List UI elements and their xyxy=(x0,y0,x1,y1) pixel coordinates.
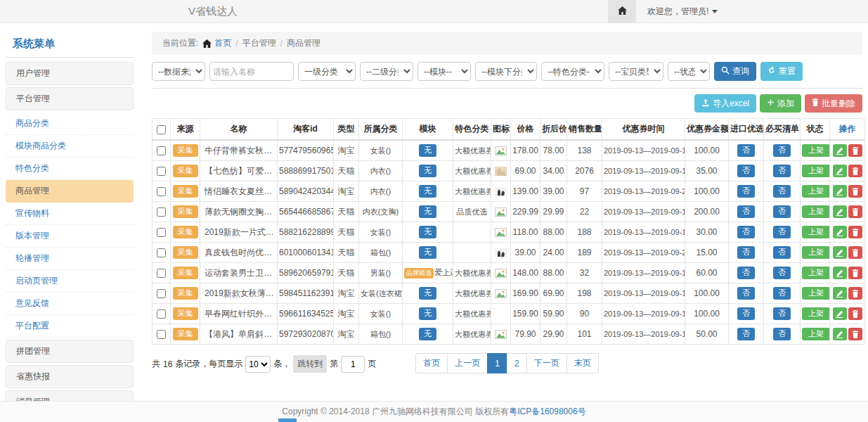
edit-button[interactable] xyxy=(833,205,847,218)
sidebar-group-item[interactable]: 拼团管理 xyxy=(6,340,134,363)
sidebar-sub-item[interactable]: 模块商品分类 xyxy=(6,135,134,158)
filter-category2[interactable]: --二级分类-- xyxy=(360,62,413,81)
module-badge[interactable]: 无 xyxy=(419,205,436,218)
filter-module[interactable]: --模块-- xyxy=(417,62,471,81)
user-menu[interactable]: 欢迎您，管理员! xyxy=(636,6,729,18)
row-checkbox[interactable] xyxy=(157,248,166,257)
module-badge[interactable]: 无 xyxy=(419,226,436,238)
row-checkbox[interactable] xyxy=(157,309,166,319)
sidebar-sub-item[interactable]: 版本管理 xyxy=(6,225,134,248)
sidebar-sub-item[interactable]: 启动页管理 xyxy=(6,270,134,293)
must-buy-toggle[interactable]: 否 xyxy=(773,307,791,320)
filter-category1[interactable]: 一级分类 xyxy=(298,62,356,81)
page-button[interactable]: 1 xyxy=(487,353,507,373)
must-buy-toggle[interactable]: 否 xyxy=(773,287,791,300)
edit-button[interactable] xyxy=(833,307,847,320)
import-select-toggle[interactable]: 否 xyxy=(737,165,755,177)
delete-button[interactable] xyxy=(848,307,862,320)
delete-button[interactable] xyxy=(848,165,862,177)
status-button[interactable]: 上架 xyxy=(802,287,830,300)
import-select-toggle[interactable]: 否 xyxy=(737,246,755,259)
edit-button[interactable] xyxy=(833,185,847,198)
status-button[interactable]: 上架 xyxy=(802,328,830,340)
delete-button[interactable] xyxy=(848,267,862,279)
row-checkbox[interactable] xyxy=(157,330,166,339)
jump-page-input[interactable] xyxy=(341,356,365,373)
filter-name-input[interactable] xyxy=(209,62,294,81)
status-button[interactable]: 上架 xyxy=(802,246,830,259)
row-checkbox[interactable] xyxy=(157,146,166,155)
status-button[interactable]: 上架 xyxy=(802,267,830,279)
batch-delete-button[interactable]: 批量删除 xyxy=(805,94,862,113)
import-select-toggle[interactable]: 否 xyxy=(737,226,755,238)
import-select-toggle[interactable]: 否 xyxy=(737,328,755,340)
filter-item-type[interactable]: --宝贝类型-- xyxy=(609,62,663,81)
must-buy-toggle[interactable]: 否 xyxy=(773,185,791,198)
edit-button[interactable] xyxy=(833,287,847,300)
import-excel-button[interactable]: 导入excel xyxy=(694,94,756,113)
filter-feature[interactable]: --特色分类-- xyxy=(541,62,604,81)
module-badge[interactable]: 无 xyxy=(419,246,436,259)
edit-button[interactable] xyxy=(833,246,847,259)
filter-module-sub[interactable]: --模块下分类-- xyxy=(475,62,537,81)
module-badge[interactable]: 无 xyxy=(419,144,436,157)
delete-button[interactable] xyxy=(848,246,862,259)
status-button[interactable]: 上架 xyxy=(802,226,830,238)
row-checkbox[interactable] xyxy=(157,167,166,176)
sidebar-sub-item[interactable]: 商品管理 xyxy=(6,180,134,203)
jump-button[interactable]: 跳转到 xyxy=(293,355,327,373)
module-badge[interactable]: 无 xyxy=(419,287,436,300)
add-button[interactable]: 添加 xyxy=(760,94,801,113)
delete-button[interactable] xyxy=(848,144,862,157)
sidebar-sub-item[interactable]: 意见反馈 xyxy=(6,293,134,315)
filter-status[interactable]: --状态-- xyxy=(668,62,710,81)
import-select-toggle[interactable]: 否 xyxy=(737,185,755,198)
page-button[interactable]: 下一页 xyxy=(526,353,567,373)
sidebar-sub-item[interactable]: 轮播管理 xyxy=(6,248,134,270)
sidebar-group-item[interactable]: 消息管理 xyxy=(6,390,134,401)
must-buy-toggle[interactable]: 否 xyxy=(773,246,791,259)
status-button[interactable]: 上架 xyxy=(802,144,830,157)
delete-button[interactable] xyxy=(848,287,862,300)
page-button[interactable]: 上一页 xyxy=(447,353,488,373)
status-button[interactable]: 上架 xyxy=(802,165,830,177)
import-select-toggle[interactable]: 否 xyxy=(737,307,755,320)
import-select-toggle[interactable]: 否 xyxy=(737,205,755,218)
delete-button[interactable] xyxy=(848,185,862,198)
module-badge[interactable]: 无 xyxy=(419,165,436,177)
module-badge[interactable]: 品牌精选 xyxy=(404,268,434,279)
must-buy-toggle[interactable]: 否 xyxy=(773,226,791,238)
delete-button[interactable] xyxy=(848,328,862,340)
home-button[interactable] xyxy=(608,0,636,23)
edit-button[interactable] xyxy=(833,144,847,157)
status-button[interactable]: 上架 xyxy=(802,205,830,218)
sidebar-group-item[interactable]: 平台管理 xyxy=(6,87,134,110)
sidebar-group-item[interactable]: 用户管理 xyxy=(6,62,134,85)
delete-button[interactable] xyxy=(848,205,862,218)
module-badge[interactable]: 无 xyxy=(419,328,436,340)
sidebar-sub-item[interactable]: 特色分类 xyxy=(6,158,134,180)
must-buy-toggle[interactable]: 否 xyxy=(773,144,791,157)
sidebar-sub-item[interactable]: 商品分类 xyxy=(6,113,134,135)
row-checkbox[interactable] xyxy=(157,289,166,298)
select-all-checkbox[interactable] xyxy=(157,125,166,134)
must-buy-toggle[interactable]: 否 xyxy=(773,205,791,218)
row-checkbox[interactable] xyxy=(157,228,166,237)
must-buy-toggle[interactable]: 否 xyxy=(773,328,791,340)
status-button[interactable]: 上架 xyxy=(802,307,830,320)
status-button[interactable]: 上架 xyxy=(802,185,830,198)
page-size-select[interactable]: 10 xyxy=(245,356,271,373)
page-button[interactable]: 末页 xyxy=(566,353,599,373)
edit-button[interactable] xyxy=(833,328,847,340)
filter-data-source[interactable]: --数据来源-- xyxy=(152,62,205,81)
import-select-toggle[interactable]: 否 xyxy=(737,267,755,279)
page-button[interactable]: 2 xyxy=(507,353,527,373)
must-buy-toggle[interactable]: 否 xyxy=(773,267,791,279)
row-checkbox[interactable] xyxy=(157,269,166,278)
delete-button[interactable] xyxy=(848,226,862,238)
must-buy-toggle[interactable]: 否 xyxy=(773,165,791,177)
edit-button[interactable] xyxy=(833,226,847,238)
edit-button[interactable] xyxy=(833,165,847,177)
import-select-toggle[interactable]: 否 xyxy=(737,287,755,300)
edit-button[interactable] xyxy=(833,267,847,279)
